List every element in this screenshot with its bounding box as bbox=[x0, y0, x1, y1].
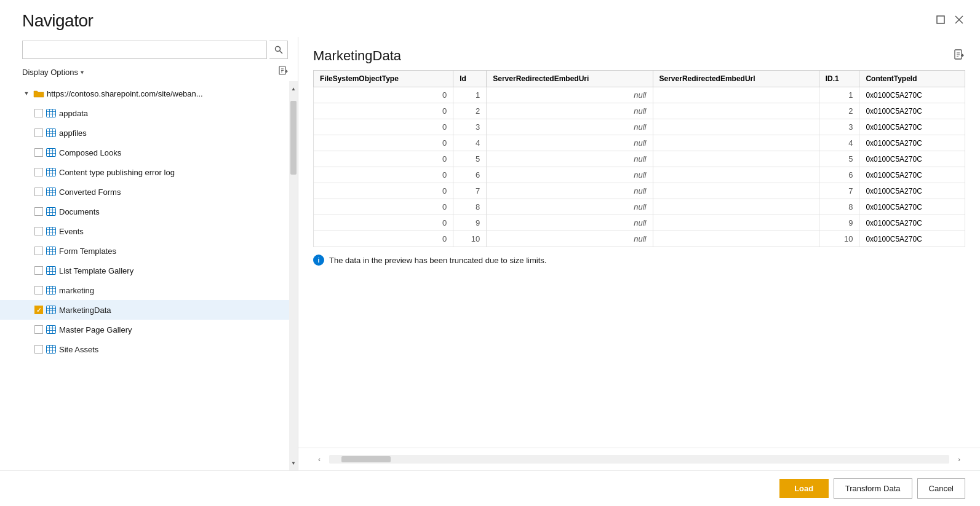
list-item[interactable]: Content type publishing error log bbox=[0, 162, 289, 182]
checkbox-documents[interactable] bbox=[34, 207, 43, 216]
table-cell: 0 bbox=[314, 151, 453, 167]
checkbox-composed-looks[interactable] bbox=[34, 148, 43, 157]
list-item-selected[interactable]: MarketingData bbox=[0, 300, 289, 320]
h-scroll-track[interactable] bbox=[329, 455, 949, 464]
svg-rect-0 bbox=[937, 16, 944, 23]
checkbox-form-templates[interactable] bbox=[34, 247, 43, 255]
svg-line-4 bbox=[279, 51, 282, 54]
list-item[interactable]: Documents bbox=[0, 202, 289, 221]
table-cell: null bbox=[487, 215, 653, 231]
checkbox-master-page-gallery[interactable] bbox=[34, 325, 43, 334]
checkbox-appdata[interactable] bbox=[34, 109, 43, 117]
item-label-events: Events bbox=[59, 227, 84, 236]
search-row bbox=[0, 37, 298, 63]
table-icon bbox=[46, 266, 57, 275]
info-icon: i bbox=[313, 255, 324, 266]
scrollbar-thumb[interactable] bbox=[290, 101, 297, 175]
col-header-serverredirectedembedurl: ServerRedirectedEmbedUrl bbox=[653, 71, 819, 87]
list-item[interactable]: Master Page Gallery bbox=[0, 320, 289, 339]
svg-rect-14 bbox=[47, 129, 56, 137]
list-item[interactable]: marketing bbox=[0, 280, 289, 300]
search-input[interactable] bbox=[22, 41, 267, 59]
col-header-id: Id bbox=[453, 71, 487, 87]
table-row: 03null30x0100C5A270C bbox=[314, 119, 965, 135]
cancel-button[interactable]: Cancel bbox=[917, 478, 965, 499]
list-item[interactable]: Form Templates bbox=[0, 241, 289, 261]
table-cell: 0 bbox=[314, 103, 453, 119]
table-icon bbox=[46, 148, 57, 157]
table-cell: null bbox=[487, 199, 653, 215]
search-icon bbox=[274, 45, 283, 54]
nav-export-button[interactable] bbox=[278, 65, 289, 79]
table-cell: 4 bbox=[819, 135, 859, 151]
item-label-marketing-data: MarketingData bbox=[59, 306, 111, 315]
checkbox-converted-forms[interactable] bbox=[34, 188, 43, 196]
svg-rect-19 bbox=[47, 149, 56, 157]
col-header-id1: ID.1 bbox=[819, 71, 859, 87]
checkbox-events[interactable] bbox=[34, 227, 43, 235]
table-grid-icon bbox=[46, 148, 56, 157]
close-button[interactable] bbox=[953, 14, 965, 26]
svg-rect-44 bbox=[47, 247, 56, 255]
svg-rect-34 bbox=[47, 208, 56, 216]
load-button[interactable]: Load bbox=[779, 479, 829, 498]
table-cell: 3 bbox=[453, 119, 487, 135]
list-item[interactable]: List Template Gallery bbox=[0, 261, 289, 280]
table-cell bbox=[653, 199, 819, 215]
checkbox-appfiles[interactable] bbox=[34, 128, 43, 137]
list-item[interactable]: Site Assets bbox=[0, 339, 289, 359]
table-cell: 0 bbox=[314, 231, 453, 247]
checkbox-site-assets[interactable] bbox=[34, 345, 43, 354]
table-cell bbox=[653, 167, 819, 183]
list-item[interactable]: Converted Forms bbox=[0, 182, 289, 202]
svg-rect-9 bbox=[47, 109, 56, 117]
table-grid-icon bbox=[46, 188, 56, 196]
list-item[interactable]: Events bbox=[0, 221, 289, 241]
table-cell: 10 bbox=[453, 231, 487, 247]
table-cell: 0 bbox=[314, 119, 453, 135]
table-cell: null bbox=[487, 87, 653, 103]
tree-root-item[interactable]: ▼ https://contoso.sharepoint.com/site/we… bbox=[0, 84, 289, 103]
scroll-up-button[interactable]: ▲ bbox=[289, 82, 298, 95]
dialog-footer: Load Transform Data Cancel bbox=[0, 470, 980, 506]
h-scroll-left-button[interactable]: ‹ bbox=[313, 453, 325, 465]
table-icon bbox=[46, 227, 57, 235]
table-cell: 5 bbox=[819, 151, 859, 167]
col-header-contenttypeid: ContentTypeId bbox=[859, 71, 965, 87]
table-row: 08null80x0100C5A270C bbox=[314, 199, 965, 215]
checkbox-content-type-log[interactable] bbox=[34, 168, 43, 176]
table-grid-icon bbox=[46, 227, 56, 235]
display-options-button[interactable]: Display Options ▾ bbox=[22, 68, 84, 77]
search-button[interactable] bbox=[269, 41, 288, 59]
checkbox-list-template-gallery[interactable] bbox=[34, 266, 43, 275]
preview-export-button[interactable] bbox=[953, 49, 965, 63]
export-icon bbox=[278, 65, 289, 76]
table-cell: 0x0100C5A270C bbox=[859, 231, 965, 247]
list-item[interactable]: Composed Looks bbox=[0, 143, 289, 162]
table-cell: 0x0100C5A270C bbox=[859, 215, 965, 231]
scroll-down-button[interactable]: ▼ bbox=[289, 457, 298, 469]
h-scroll-right-button[interactable]: › bbox=[953, 453, 965, 465]
vertical-scrollbar[interactable]: ▲ ▼ bbox=[289, 81, 298, 470]
svg-rect-54 bbox=[47, 287, 56, 295]
checkbox-marketing[interactable] bbox=[34, 286, 43, 295]
table-icon bbox=[46, 325, 57, 334]
tree-scroll[interactable]: ▼ https://contoso.sharepoint.com/site/we… bbox=[0, 81, 289, 470]
table-row: 02null20x0100C5A270C bbox=[314, 103, 965, 119]
table-cell: 2 bbox=[819, 103, 859, 119]
list-item[interactable]: appdata bbox=[0, 103, 289, 123]
svg-rect-24 bbox=[47, 168, 56, 176]
checkbox-marketing-data[interactable] bbox=[34, 306, 43, 314]
table-grid-icon bbox=[46, 109, 56, 117]
transform-data-button[interactable]: Transform Data bbox=[834, 478, 912, 499]
horizontal-scrollbar: ‹ › bbox=[298, 448, 980, 470]
table-icon bbox=[46, 207, 57, 216]
h-scroll-thumb[interactable] bbox=[341, 456, 391, 462]
table-cell: 4 bbox=[453, 135, 487, 151]
maximize-button[interactable] bbox=[934, 14, 947, 26]
table-grid-icon bbox=[46, 266, 56, 275]
list-item[interactable]: appfiles bbox=[0, 123, 289, 143]
expand-icon: ▼ bbox=[22, 89, 31, 98]
right-panel: MarketingData FileSystemObjectTyp bbox=[298, 37, 980, 470]
table-icon bbox=[46, 188, 57, 196]
